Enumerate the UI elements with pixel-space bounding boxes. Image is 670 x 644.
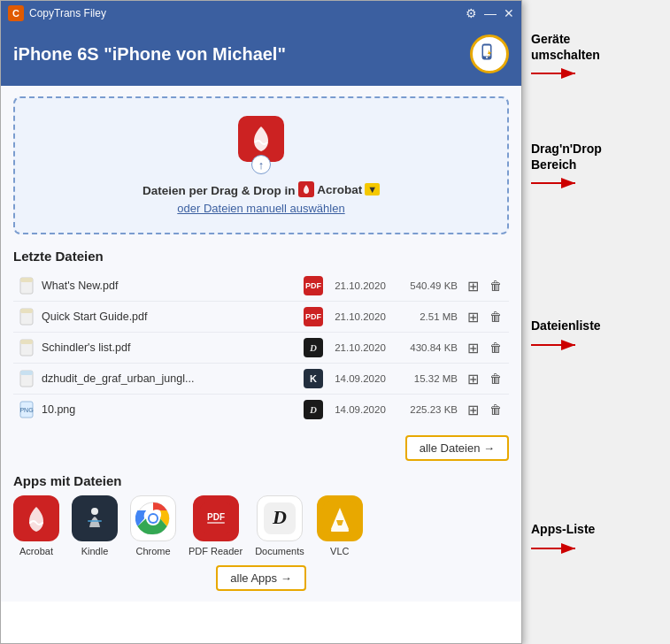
file-thumbnail (17, 338, 36, 357)
app-label: VLC (330, 546, 349, 556)
delete-button[interactable]: 🗑 (486, 369, 505, 388)
save-button[interactable]: ⊞ (463, 276, 482, 295)
main-content: ↑ Dateien per Drag & Drop in Acrobat ▼ o… (1, 86, 521, 602)
acrobat-badge: Acrobat ▼ (298, 181, 380, 197)
annotation-arrow3 (531, 336, 584, 354)
all-apps-button[interactable]: alle Apps → (216, 565, 305, 591)
svg-point-21 (150, 515, 157, 522)
table-row: PNG 10.png D 14.09.2020 225.23 KB ⊞ 🗑 (13, 395, 509, 425)
app-label: PDF Reader (189, 546, 243, 556)
svg-rect-8 (20, 309, 33, 313)
dragdrop-annotation: Drag'n'DropBereich (531, 142, 602, 192)
annotation-arrow4 (531, 540, 584, 557)
file-size: 15.32 MB (397, 373, 458, 384)
file-date: 14.09.2020 (328, 373, 392, 384)
drop-zone-icon: ↑ (235, 116, 288, 169)
file-thumbnail (17, 276, 36, 295)
delete-button[interactable]: 🗑 (486, 338, 505, 357)
title-bar-label: CopyTrans Filey (29, 7, 466, 19)
svg-point-15 (91, 508, 98, 515)
file-thumbnail (17, 369, 36, 388)
appslist-annotation: Apps-Liste (531, 522, 595, 557)
app-window: C CopyTrans Filey ⚙ — ✕ iPhone 6S "iPhon… (0, 0, 522, 644)
kindle-app-icon (72, 495, 118, 541)
file-actions: ⊞ 🗑 (463, 338, 505, 357)
app-item-pdfreader[interactable]: PDF PDF Reader (189, 495, 243, 556)
device-toggle-button[interactable] (470, 34, 509, 73)
app-item-chrome[interactable]: Chrome (130, 495, 176, 556)
pdfreader-app-icon: PDF (193, 495, 239, 541)
file-date: 21.10.2020 (328, 280, 392, 291)
close-icon[interactable]: ✕ (504, 6, 514, 20)
delete-button[interactable]: 🗑 (486, 307, 505, 326)
apps-section: Apps mit Dateien Acrobat (13, 473, 509, 591)
app-badge: PDF (304, 307, 323, 326)
filelist-annotation: Dateienliste (531, 318, 601, 354)
minimize-icon[interactable]: — (484, 6, 497, 20)
app-logo: C (8, 5, 24, 21)
drop-text: Dateien per Drag & Drop in Acrobat ▼ (33, 181, 489, 197)
file-actions: ⊞ 🗑 (463, 307, 505, 326)
svg-rect-6 (20, 278, 33, 282)
save-button[interactable]: ⊞ (463, 338, 482, 357)
save-button[interactable]: ⊞ (463, 307, 482, 326)
save-button[interactable]: ⊞ (463, 369, 482, 388)
app-label: Documents (255, 546, 304, 556)
svg-text:PDF: PDF (207, 512, 225, 522)
acrobat-mini-icon (298, 181, 314, 197)
app-item-kindle[interactable]: Kindle (72, 495, 118, 556)
upload-circle-icon: ↑ (251, 155, 271, 174)
file-date: 21.10.2020 (328, 311, 392, 322)
device-name: iPhone 6S "iPhone von Michael" (13, 44, 286, 65)
file-actions: ⊞ 🗑 (463, 400, 505, 419)
svg-text:PNG: PNG (19, 407, 33, 413)
file-thumbnail: PNG (17, 400, 36, 419)
file-size: 430.84 KB (397, 342, 458, 353)
file-name: Schindler's list.pdf (42, 341, 298, 354)
app-item-vlc[interactable]: VLC (317, 495, 363, 556)
drop-zone[interactable]: ↑ Dateien per Drag & Drop in Acrobat ▼ o… (13, 96, 509, 234)
annotations-panel: Geräteumschalten Drag'n'DropBereich Date… (522, 0, 670, 644)
app-label: Chrome (135, 546, 170, 556)
app-badge: D (304, 400, 323, 419)
file-actions: ⊞ 🗑 (463, 276, 505, 295)
file-name: 10.png (42, 403, 298, 416)
file-name: Quick Start Guide.pdf (42, 310, 298, 323)
table-row: Quick Start Guide.pdf PDF 21.10.2020 2.5… (13, 302, 509, 333)
svg-text:D: D (272, 506, 287, 528)
delete-button[interactable]: 🗑 (486, 276, 505, 295)
delete-button[interactable]: 🗑 (486, 400, 505, 419)
app-item-documents[interactable]: D Documents (255, 495, 304, 556)
phone-icon (478, 42, 501, 65)
file-actions: ⊞ 🗑 (463, 369, 505, 388)
app-item-acrobat[interactable]: Acrobat (13, 495, 59, 556)
apps-section-title: Apps mit Dateien (13, 473, 509, 488)
svg-rect-29 (331, 529, 349, 532)
settings-icon[interactable]: ⚙ (466, 6, 477, 20)
manual-select-link[interactable]: oder Dateien manuell auswählen (33, 202, 489, 215)
table-row: dzhudit_de_graf_urban_jungl... K 14.09.2… (13, 364, 509, 395)
app-badge: PDF (304, 276, 323, 295)
save-button[interactable]: ⊞ (463, 400, 482, 419)
svg-rect-16 (88, 520, 102, 522)
file-list: What's New.pdf PDF 21.10.2020 540.49 KB … (13, 271, 509, 425)
recent-files-title: Letzte Dateien (13, 249, 509, 264)
acrobat-name: Acrobat (317, 183, 362, 196)
all-files-button[interactable]: alle Dateien → (405, 435, 509, 461)
main-header: iPhone 6S "iPhone von Michael" (1, 26, 521, 86)
app-badge: K (304, 369, 323, 388)
acrobat-app-icon (13, 495, 59, 541)
file-size: 225.23 KB (397, 404, 458, 415)
annotation-arrow (531, 65, 584, 82)
annotation-arrow2 (531, 174, 584, 192)
apps-grid: Acrobat Kindle (13, 495, 509, 556)
svg-text:C: C (12, 8, 19, 19)
window-controls: ⚙ — ✕ (466, 6, 514, 20)
file-name: What's New.pdf (42, 280, 298, 292)
app-label: Acrobat (19, 546, 53, 556)
vlc-app-icon (317, 495, 363, 541)
file-size: 540.49 KB (397, 280, 458, 291)
file-thumbnail (17, 307, 36, 326)
file-date: 14.09.2020 (328, 404, 392, 415)
file-name: dzhudit_de_graf_urban_jungl... (42, 372, 298, 385)
